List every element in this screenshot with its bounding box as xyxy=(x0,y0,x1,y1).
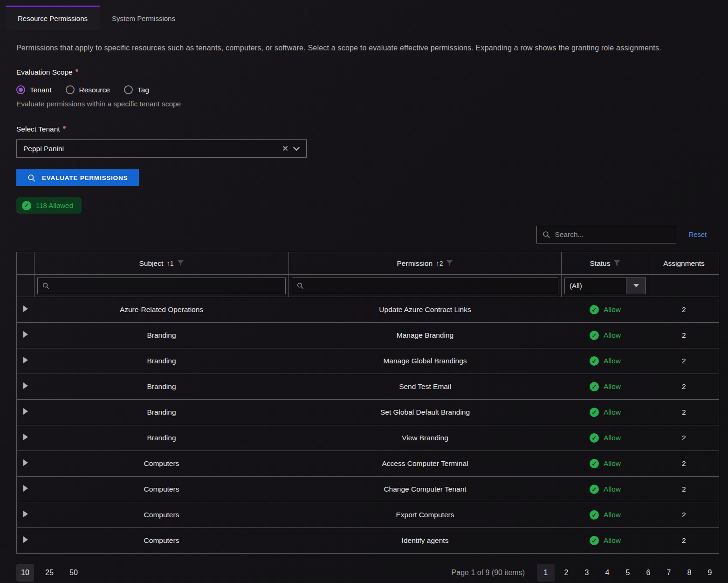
allow-check-icon: ✓ xyxy=(590,536,599,545)
evaluation-scope-radio-group: Tenant Resource Tag xyxy=(16,85,719,94)
allow-check-icon: ✓ xyxy=(590,433,599,443)
status-filter-dropdown-button[interactable] xyxy=(626,278,646,294)
page-button-6[interactable]: 6 xyxy=(639,564,657,582)
radio-icon xyxy=(16,85,25,94)
expand-row-icon[interactable] xyxy=(23,511,28,517)
table-row: Branding Manage Branding ✓ Allow 2 xyxy=(17,323,719,348)
status-label: Allow xyxy=(604,485,621,493)
expander-column-header xyxy=(17,252,34,275)
expander-cell xyxy=(17,451,34,477)
allow-check-icon: ✓ xyxy=(590,356,599,366)
subject-cell: Computers xyxy=(34,528,289,554)
permission-filter-input[interactable] xyxy=(307,282,553,290)
status-label: Allow xyxy=(604,305,621,314)
page-size-10[interactable]: 10 xyxy=(16,564,34,582)
page-button-7[interactable]: 7 xyxy=(660,564,678,582)
chevron-down-icon[interactable] xyxy=(293,146,300,152)
evaluation-scope-label-text: Evaluation Scope xyxy=(16,68,73,76)
table-row: Computers Export Computers ✓ Allow 2 xyxy=(17,502,719,528)
allowed-count-label: 118 Allowed xyxy=(36,201,73,209)
allow-check-icon: ✓ xyxy=(590,510,599,520)
expand-row-icon[interactable] xyxy=(23,408,28,415)
tenant-select-icons: ✕ xyxy=(282,145,300,153)
filter-icon[interactable] xyxy=(177,260,184,267)
assignments-cell: 2 xyxy=(649,374,719,400)
evaluation-scope-radio-resource[interactable]: Resource xyxy=(66,85,110,94)
assignments-cell: 2 xyxy=(649,425,719,451)
permission-cell: Access Computer Terminal xyxy=(289,451,562,477)
expander-cell xyxy=(17,502,34,528)
evaluate-permissions-button[interactable]: EVALUATE PERMISSIONS xyxy=(16,169,139,186)
expand-row-icon[interactable] xyxy=(23,382,28,389)
expand-row-icon[interactable] xyxy=(23,536,28,543)
radio-label: Tag xyxy=(137,86,149,94)
status-cell: ✓ Allow xyxy=(562,425,649,451)
radio-icon xyxy=(124,85,133,94)
expand-row-icon[interactable] xyxy=(23,331,28,338)
page-button-8[interactable]: 8 xyxy=(680,564,698,582)
status-cell: ✓ Allow xyxy=(562,323,649,348)
page-button-2[interactable]: 2 xyxy=(557,564,575,582)
tab-resource-permissions[interactable]: Resource Permissions xyxy=(6,6,100,30)
status-label: Allow xyxy=(604,511,621,519)
search-icon xyxy=(27,174,35,182)
page-button-3[interactable]: 3 xyxy=(578,564,596,582)
status-filter-select[interactable]: (All) xyxy=(564,278,626,294)
evaluation-scope-radio-tenant[interactable]: Tenant xyxy=(16,85,52,94)
subject-cell: Branding xyxy=(34,425,289,451)
expander-cell xyxy=(17,297,34,323)
status-filter-value: (All) xyxy=(570,282,582,290)
page-size-25[interactable]: 25 xyxy=(41,564,58,582)
expander-cell xyxy=(17,400,34,425)
page-button-4[interactable]: 4 xyxy=(598,564,616,582)
filter-icon[interactable] xyxy=(613,260,620,267)
reset-link[interactable]: Reset xyxy=(689,231,707,238)
column-header-permission[interactable]: Permission ↑2 xyxy=(289,252,562,275)
column-header-subject[interactable]: Subject ↑1 xyxy=(34,252,289,275)
status-label: Allow xyxy=(604,408,621,416)
filter-cell-permission xyxy=(289,275,562,297)
status-cell: ✓ Allow xyxy=(562,451,649,477)
tenant-select[interactable]: Peppi Panini ✕ xyxy=(16,139,307,158)
table-row: Branding Send Test Email ✓ Allow 2 xyxy=(17,374,719,400)
table-search xyxy=(536,226,676,243)
tab-system-permissions[interactable]: System Permissions xyxy=(100,6,187,30)
table-row: Branding Manage Global Brandings ✓ Allow… xyxy=(17,348,719,374)
subject-filter-input[interactable] xyxy=(53,282,281,290)
assignments-cell: 2 xyxy=(649,477,719,502)
expand-row-icon[interactable] xyxy=(23,305,28,312)
page-size-50[interactable]: 50 xyxy=(65,564,82,582)
page-button-9[interactable]: 9 xyxy=(701,564,719,582)
expand-row-icon[interactable] xyxy=(23,434,28,440)
table-toolbar: Reset xyxy=(16,226,719,243)
column-label: Assignments xyxy=(663,259,705,268)
filter-cell-empty xyxy=(17,275,34,297)
expand-row-icon[interactable] xyxy=(23,459,28,466)
expander-cell xyxy=(17,374,34,400)
sort-indicator: ↑1 xyxy=(166,259,173,267)
permission-cell: Manage Global Brandings xyxy=(289,348,562,374)
status-cell: ✓ Allow xyxy=(562,477,649,502)
search-icon xyxy=(42,282,49,289)
page-button-5[interactable]: 5 xyxy=(619,564,637,582)
expand-row-icon[interactable] xyxy=(23,357,28,363)
status-label: Allow xyxy=(604,357,621,365)
subject-cell: Branding xyxy=(34,374,289,400)
evaluation-scope-radio-tag[interactable]: Tag xyxy=(124,85,149,94)
expander-cell xyxy=(17,348,34,374)
subject-cell: Computers xyxy=(34,477,289,502)
tab-bar: Resource Permissions System Permissions xyxy=(0,0,728,30)
status-cell: ✓ Allow xyxy=(562,528,649,554)
radio-icon xyxy=(66,85,75,94)
filter-icon[interactable] xyxy=(446,260,453,267)
subject-cell: Branding xyxy=(34,348,289,374)
scope-help-text: Evaluate permissions within a specific t… xyxy=(16,100,719,108)
expander-cell xyxy=(17,477,34,502)
clear-icon[interactable]: ✕ xyxy=(282,145,288,153)
table-search-input[interactable] xyxy=(555,230,670,239)
expand-row-icon[interactable] xyxy=(23,485,28,492)
column-header-status[interactable]: Status xyxy=(562,252,649,275)
permission-cell: View Branding xyxy=(289,425,562,451)
page-button-1[interactable]: 1 xyxy=(537,564,555,582)
table-row: Branding View Branding ✓ Allow 2 xyxy=(17,425,719,451)
